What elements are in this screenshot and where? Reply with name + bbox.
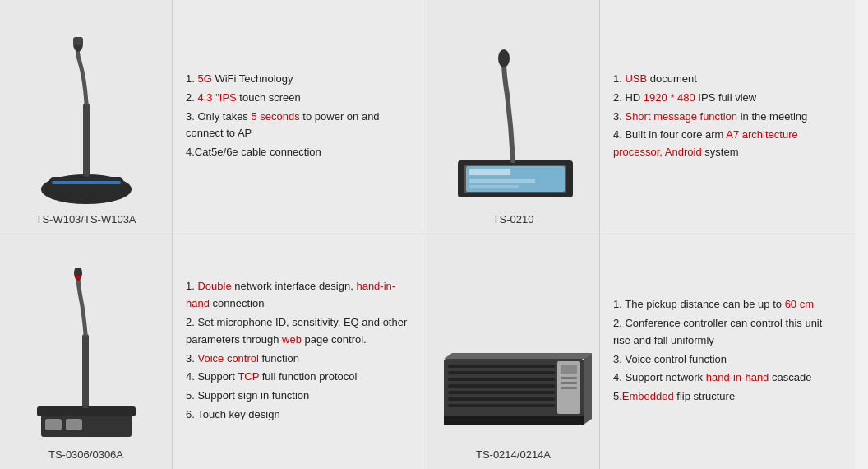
feature-list-ts-0214: 1. The pickup distance can be up to 60 c… (613, 296, 842, 407)
product-label-ts-0214: TS-0214/0214A (476, 448, 551, 461)
product-image-ts-0306: TS-0306/0306A (0, 234, 173, 469)
feature-list-ts-0306: 1. Double network interface design, hand… (186, 278, 413, 425)
ts-0306-svg (33, 268, 140, 445)
svg-rect-14 (45, 419, 62, 430)
svg-rect-31 (561, 377, 577, 379)
feature-item: 1. USB document (613, 71, 842, 88)
highlight: 60 cm (785, 298, 814, 310)
feature-item: 4. Support network hand-in-hand cascade (613, 369, 842, 387)
svg-marker-34 (444, 416, 584, 425)
highlight: 4.3 "IPS (197, 91, 236, 104)
feature-item: 3. Voice control function (186, 351, 413, 368)
svg-rect-27 (448, 397, 555, 401)
svg-marker-35 (584, 353, 592, 425)
product-label-ts-w103: TS-W103/TS-W103A (35, 213, 136, 225)
highlight: A7 architecture processor, Android (613, 128, 798, 158)
feature-item: 5. Support sign in function (186, 388, 413, 405)
feature-item: 1. Double network interface design, hand… (186, 278, 413, 313)
ts-0210-svg (441, 45, 585, 210)
svg-rect-33 (561, 387, 577, 389)
ts-0214-svg (436, 313, 592, 445)
feature-item: 1. The pickup distance can be up to 60 c… (613, 296, 842, 313)
feature-item: 2. 4.3 "IPS touch screen (186, 90, 413, 107)
highlight: Voice control (197, 352, 258, 365)
svg-rect-2 (52, 181, 121, 184)
feature-item: 6. Touch key design (186, 406, 413, 424)
feature-item: 4. Built in four core arm A7 architectur… (613, 127, 842, 161)
product-image-ts-w103: TS-W103/TS-W103A (0, 0, 173, 234)
feature-list-ts-w103: 1. 5G WiFi Technology 2. 4.3 "IPS touch … (186, 71, 413, 163)
svg-rect-26 (448, 391, 555, 394)
product-grid: TS-W103/TS-W103A 1. 5G WiFi Technology 2… (0, 0, 868, 469)
product-label-ts-0306: TS-0306/0306A (48, 448, 123, 461)
feature-item: 4. Support TCP full function protocol (186, 369, 413, 386)
feature-item: 3. Only takes 5 seconds to power on and … (186, 109, 413, 143)
product-image-ts-0214: TS-0214/0214A (427, 234, 600, 469)
ts-w103-svg (21, 37, 152, 210)
svg-marker-36 (444, 353, 592, 359)
svg-rect-28 (448, 404, 555, 407)
svg-rect-17 (82, 334, 89, 408)
svg-rect-32 (561, 382, 577, 384)
svg-rect-1 (49, 177, 123, 193)
svg-rect-22 (448, 365, 555, 368)
feature-text-ts-0306: 1. Double network interface design, hand… (173, 234, 427, 469)
highlight: Embedded (622, 390, 674, 402)
svg-rect-5 (73, 37, 83, 45)
highlight: 5 seconds (251, 110, 299, 123)
svg-rect-30 (561, 365, 577, 374)
feature-item: 2. Set microphone ID, sensitivity, EQ an… (186, 314, 413, 349)
feature-text-ts-w103: 1. 5G WiFi Technology 2. 4.3 "IPS touch … (173, 0, 427, 234)
highlight: 1920 * 480 (644, 91, 695, 104)
svg-point-12 (498, 49, 510, 67)
svg-rect-10 (469, 179, 535, 183)
svg-rect-24 (448, 378, 555, 381)
feature-item: 3. Short message function in the meeting (613, 109, 842, 126)
feature-text-ts-0214: 1. The pickup distance can be up to 60 c… (600, 234, 855, 469)
product-label-ts-0210: TS-0210 (493, 213, 534, 225)
feature-item: 2. Conference controller can control thi… (613, 315, 842, 350)
svg-rect-11 (469, 185, 519, 188)
highlight: Short message function (625, 110, 737, 123)
svg-rect-3 (83, 103, 90, 177)
feature-item: 5.Embedded flip structure (613, 388, 842, 406)
svg-rect-23 (448, 371, 555, 374)
svg-rect-19 (76, 276, 81, 279)
feature-list-ts-0210: 1. USB document 2. HD 1920 * 480 IPS ful… (613, 71, 842, 163)
highlight: USB (625, 72, 647, 85)
feature-item: 1. 5G WiFi Technology (186, 71, 413, 88)
highlight: hand-in-hand (706, 371, 769, 383)
feature-item: 2. HD 1920 * 480 IPS full view (613, 90, 842, 107)
feature-text-ts-0210: 1. USB document 2. HD 1920 * 480 IPS ful… (600, 0, 855, 234)
svg-rect-15 (66, 419, 82, 430)
feature-item: 3. Voice control function (613, 351, 842, 369)
highlight: 5G (197, 72, 211, 85)
svg-rect-25 (448, 384, 555, 388)
highlight: TCP (238, 370, 259, 383)
feature-item: 4.Cat5e/6e cable connection (186, 144, 413, 161)
product-image-ts-0210: TS-0210 (427, 0, 600, 234)
highlight: web (282, 333, 302, 346)
svg-rect-9 (469, 169, 510, 175)
highlight: Double (197, 280, 231, 292)
